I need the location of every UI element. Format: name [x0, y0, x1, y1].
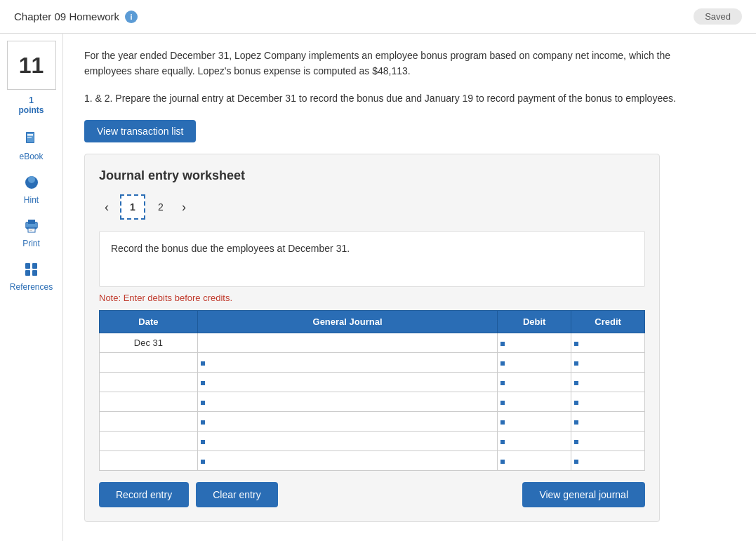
- journal-cell[interactable]: [197, 432, 497, 451]
- svg-rect-14: [25, 263, 30, 269]
- main-layout: 11 1 points eBook: [0, 34, 756, 541]
- indent-indicator: [201, 460, 205, 464]
- bottom-buttons: Record entry Clear entry View general jo…: [99, 482, 645, 507]
- references-icon: [22, 260, 41, 279]
- ebook-label: eBook: [19, 152, 43, 161]
- credit-cell[interactable]: [571, 353, 645, 373]
- credit-cell[interactable]: [571, 451, 645, 471]
- hint-label: Hint: [24, 195, 39, 205]
- credit-indicator: [574, 361, 578, 366]
- credit-cell[interactable]: [571, 412, 645, 432]
- current-page[interactable]: 1: [120, 194, 145, 220]
- svg-rect-15: [25, 270, 30, 276]
- svg-rect-12: [29, 229, 34, 229]
- date-cell: [100, 432, 198, 451]
- record-entry-button[interactable]: Record entry: [99, 482, 189, 507]
- sidebar-item-references[interactable]: References: [10, 260, 53, 292]
- debit-indicator: [500, 401, 505, 405]
- book-icon: [22, 129, 41, 149]
- journal-cell[interactable]: [197, 353, 497, 373]
- date-cell: [100, 353, 198, 373]
- svg-rect-13: [29, 230, 32, 231]
- debit-indicator: [500, 440, 505, 444]
- prev-page-button[interactable]: ‹: [99, 197, 114, 218]
- credit-indicator: [574, 460, 578, 464]
- table-row: [100, 392, 645, 412]
- saved-badge: Saved: [694, 8, 742, 25]
- debit-cell[interactable]: [498, 353, 571, 373]
- journal-cell[interactable]: [197, 451, 497, 471]
- indent-indicator: [201, 420, 205, 425]
- next-page-button[interactable]: ›: [176, 197, 192, 218]
- question-number: 11: [19, 53, 44, 79]
- svg-rect-4: [27, 137, 32, 138]
- credit-indicator: [574, 440, 578, 444]
- points-text: points: [19, 105, 44, 115]
- credit-indicator: [574, 342, 578, 346]
- svg-rect-9: [28, 220, 35, 224]
- print-label: Print: [22, 239, 40, 248]
- credit-indicator: [574, 401, 578, 405]
- indent-indicator: [201, 361, 205, 366]
- sidebar-item-hint[interactable]: Hint: [22, 173, 41, 205]
- problem-text: For the year ended December 31, Lopez Co…: [84, 48, 716, 79]
- table-row: [100, 353, 645, 373]
- instruction-text: 1. & 2. Prepare the journal entry at Dec…: [84, 91, 716, 106]
- journal-cell[interactable]: [197, 333, 497, 353]
- svg-rect-3: [27, 135, 33, 136]
- date-cell: [100, 373, 198, 392]
- worksheet-title: Journal entry worksheet: [99, 168, 645, 183]
- date-cell: [100, 392, 198, 412]
- debit-cell[interactable]: [498, 333, 571, 353]
- credit-indicator: [574, 420, 578, 425]
- info-icon[interactable]: i: [125, 11, 138, 23]
- debit-cell[interactable]: [498, 412, 571, 432]
- table-row: [100, 412, 645, 432]
- header: Chapter 09 Homework i Saved: [0, 0, 756, 34]
- credit-cell[interactable]: [571, 432, 645, 451]
- points-label: 1 points: [19, 95, 44, 115]
- question-number-box: 11: [7, 41, 56, 90]
- view-general-journal-button[interactable]: View general journal: [522, 482, 645, 507]
- indent-indicator: [201, 381, 205, 385]
- sidebar-item-ebook[interactable]: eBook: [19, 129, 43, 161]
- table-row: [100, 432, 645, 451]
- debit-cell[interactable]: [498, 373, 571, 392]
- clear-entry-button[interactable]: Clear entry: [196, 482, 277, 507]
- col-header-general-journal: General Journal: [197, 311, 497, 333]
- view-transaction-button[interactable]: View transaction list: [84, 120, 196, 142]
- entry-instruction-text: Record the bonus due the employees at De…: [111, 243, 350, 254]
- svg-rect-17: [32, 270, 37, 276]
- svg-rect-2: [27, 134, 33, 135]
- debit-cell[interactable]: [498, 451, 571, 471]
- credit-indicator: [574, 381, 578, 385]
- journal-cell[interactable]: [197, 373, 497, 392]
- date-cell: [100, 412, 198, 432]
- debit-cell[interactable]: [498, 432, 571, 451]
- debit-indicator: [500, 342, 505, 346]
- sidebar: 11 1 points eBook: [0, 34, 63, 541]
- credit-cell[interactable]: [571, 333, 645, 353]
- next-page[interactable]: 2: [151, 197, 171, 217]
- debit-cell[interactable]: [498, 392, 571, 412]
- debit-indicator: [500, 460, 505, 464]
- debit-indicator: [500, 361, 505, 366]
- credit-cell[interactable]: [571, 392, 645, 412]
- chapter-title: Chapter 09 Homework: [14, 11, 119, 22]
- date-cell: Dec 31: [100, 333, 198, 353]
- worksheet-card: Journal entry worksheet ‹ 1 2 › Record t…: [84, 154, 660, 522]
- debit-indicator: [500, 420, 505, 425]
- hint-icon: [22, 173, 41, 192]
- svg-point-6: [28, 176, 35, 183]
- table-row: Dec 31: [100, 333, 645, 353]
- credit-cell[interactable]: [571, 373, 645, 392]
- print-icon: [22, 216, 41, 236]
- journal-cell[interactable]: [197, 392, 497, 412]
- journal-cell[interactable]: [197, 412, 497, 432]
- sidebar-item-print[interactable]: Print: [22, 216, 41, 248]
- journal-table: Date General Journal Debit Credit Dec 31: [99, 310, 645, 471]
- content: For the year ended December 31, Lopez Co…: [63, 34, 756, 541]
- col-header-date: Date: [100, 311, 198, 333]
- col-header-debit: Debit: [498, 311, 571, 333]
- note-text: Note: Enter debits before credits.: [99, 293, 645, 303]
